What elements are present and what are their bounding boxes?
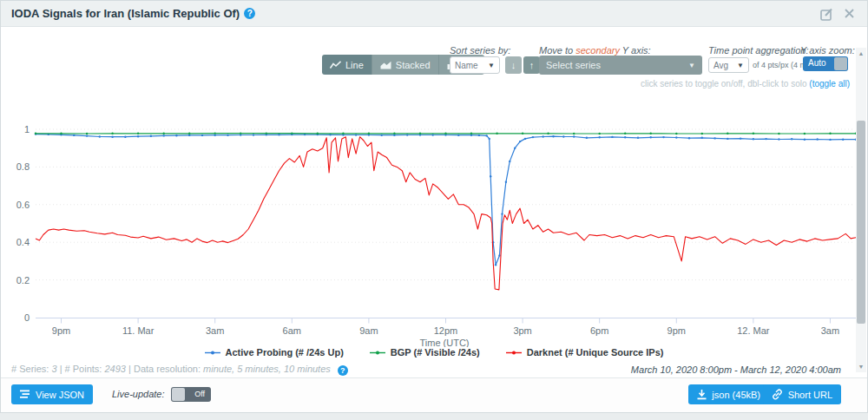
toggle-knob — [172, 388, 185, 401]
svg-text:Time (UTC): Time (UTC) — [419, 338, 469, 347]
svg-text:0.6: 0.6 — [16, 200, 30, 210]
legend-marker-icon — [506, 349, 522, 357]
chart-type-stacked-button[interactable]: Stacked — [372, 55, 438, 75]
legend-item-label: BGP (# Visible /24s) — [391, 347, 480, 358]
series-toggle-hint: click series to toggle on/off, dbl-click… — [641, 79, 850, 89]
panel-footer: View JSON Live-update: Off json (45kB) S… — [1, 377, 867, 413]
sort-ascending-button[interactable]: ↑ — [523, 56, 540, 74]
sort-descending-button[interactable]: ↓ — [505, 56, 522, 74]
ioda-signals-panel: IODA Signals for Iran (Islamic Republic … — [0, 0, 868, 413]
download-icon — [697, 390, 707, 400]
json-download-button[interactable]: json (45kB) — [688, 384, 769, 404]
legend-marker-icon — [370, 349, 385, 357]
legend-item-label: Active Probing (# /24s Up) — [226, 347, 344, 358]
svg-text:0.2: 0.2 — [16, 275, 30, 285]
vertical-scrollbar[interactable]: ▲ ▼ — [856, 48, 866, 372]
svg-text:6am: 6am — [283, 325, 301, 336]
sort-series-label: Sort series by: — [450, 45, 510, 56]
legend-item[interactable]: Darknet (# Unique Source IPs) — [506, 347, 664, 358]
chevron-down-icon: ▼ — [737, 62, 744, 69]
svg-text:0.4: 0.4 — [16, 237, 30, 247]
close-icon[interactable] — [844, 8, 855, 21]
view-json-button[interactable]: View JSON — [11, 384, 93, 404]
scroll-up-icon[interactable]: ▲ — [856, 48, 866, 59]
svg-text:9am: 9am — [359, 325, 378, 336]
live-update-label: Live-update: — [112, 389, 165, 399]
chevron-down-icon: ▼ — [688, 62, 695, 69]
legend-marker-icon — [205, 349, 220, 357]
y-axis-zoom-toggle[interactable]: Auto — [803, 56, 848, 71]
chart-type-line-button[interactable]: Line — [322, 55, 372, 75]
aggregation-label: Time point aggregation: — [708, 45, 808, 56]
signals-chart[interactable]: 00.20.40.60.819pm11. Mar3am6am9am12pm3pm… — [1, 92, 868, 347]
edit-icon[interactable] — [820, 8, 833, 21]
help-icon[interactable]: ? — [338, 365, 348, 376]
sort-series-select[interactable]: Name▼ — [450, 56, 500, 74]
svg-text:3am: 3am — [821, 325, 839, 336]
svg-text:3am: 3am — [206, 325, 224, 336]
help-icon[interactable]: ? — [244, 8, 255, 19]
legend-item-label: Darknet (# Unique Source IPs) — [527, 347, 664, 358]
stacked-chart-icon — [380, 61, 391, 69]
page-title: IODA Signals for Iran (Islamic Republic … — [11, 1, 255, 27]
toggle-knob — [834, 57, 847, 70]
svg-text:12. Mar: 12. Mar — [737, 325, 770, 336]
toggle-all-link[interactable]: (toggle all) — [809, 79, 850, 89]
select-series-dropdown[interactable]: Select series▼ — [539, 56, 702, 75]
live-update-toggle[interactable]: Off — [171, 387, 211, 402]
svg-text:9pm: 9pm — [667, 325, 686, 336]
move-to-secondary-label: Move to secondary Y axis: — [539, 45, 651, 56]
link-icon — [772, 389, 783, 400]
page-title-text: IODA Signals for Iran (Islamic Republic … — [11, 7, 240, 20]
legend-item[interactable]: BGP (# Visible /24s) — [370, 347, 480, 358]
chart-legend: Active Probing (# /24s Up)BGP (# Visible… — [1, 347, 867, 358]
svg-text:9pm: 9pm — [52, 325, 70, 336]
svg-text:0: 0 — [24, 312, 30, 323]
aggregation-select[interactable]: Avg▼ — [708, 57, 749, 73]
series-meta: # Series: 3 | # Points: 2493 | Data reso… — [11, 364, 348, 376]
date-range: March 10, 2020 8:00pm - March 12, 2020 4… — [631, 364, 841, 375]
panel-header: IODA Signals for Iran (Islamic Republic … — [1, 1, 867, 27]
svg-text:11. Mar: 11. Mar — [122, 325, 155, 336]
short-url-button[interactable]: Short URL — [763, 384, 841, 404]
svg-text:6pm: 6pm — [590, 325, 608, 336]
svg-text:12pm: 12pm — [434, 325, 458, 336]
line-chart-icon — [330, 61, 341, 69]
chevron-down-icon: ▼ — [488, 62, 495, 69]
svg-text:0.8: 0.8 — [16, 161, 30, 172]
y-axis-zoom-label: Y axis zoom: — [800, 45, 855, 56]
svg-text:1: 1 — [24, 124, 30, 135]
svg-text:3pm: 3pm — [513, 325, 531, 336]
list-icon — [20, 390, 30, 399]
scroll-down-icon[interactable]: ▼ — [856, 361, 866, 372]
legend-item[interactable]: Active Probing (# /24s Up) — [205, 347, 344, 358]
scrollbar-thumb[interactable] — [857, 121, 865, 324]
